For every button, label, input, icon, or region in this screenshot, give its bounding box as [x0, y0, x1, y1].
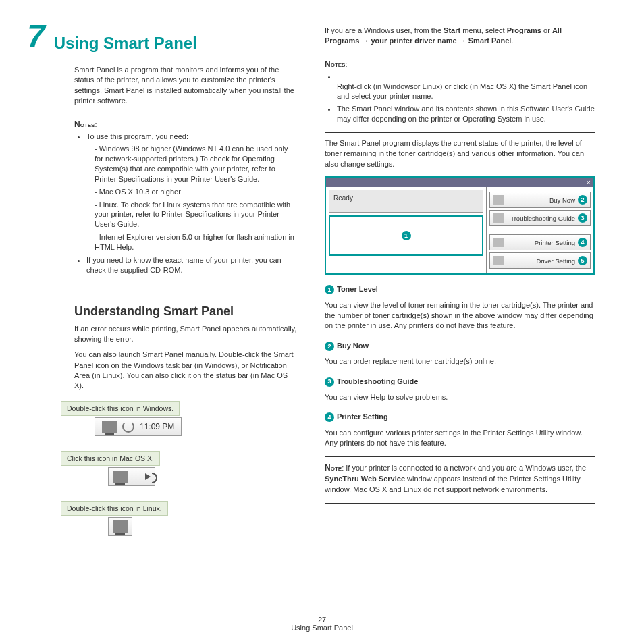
page-footer: 27 Using Smart Panel	[0, 616, 644, 632]
speaker-icon	[145, 473, 151, 480]
note-sub-item: Linux. To check for Linux systems that a…	[95, 200, 297, 230]
note-item: To use this program, you need:	[86, 132, 297, 142]
cart-icon	[493, 195, 504, 205]
refresh-icon	[122, 421, 134, 433]
note-item: Right-click (in Windowsor Linux) or clic…	[337, 72, 595, 102]
page-title: Using Smart Panel	[54, 34, 197, 53]
smartpanel-screenshot: × Ready 1 Buy Now 2 Troubleshooting Guid…	[325, 176, 595, 275]
note-network: Note: If your printer is connected to a …	[325, 462, 595, 495]
notes-heading: Notes	[74, 119, 95, 129]
paragraph: You can also launch Smart Panel manually…	[74, 350, 297, 392]
clock-text: 11:09 PM	[140, 422, 174, 431]
callout-mac: Click this icon in Mac OS X.	[61, 451, 160, 466]
feature-body: You can view the level of toner remainin…	[325, 300, 595, 331]
gear-icon	[493, 256, 504, 265]
note-sub-item: Windows 98 or higher (Windows NT 4.0 can…	[95, 144, 297, 184]
driver-setting-button[interactable]: Driver Setting 5	[489, 252, 591, 269]
printer-icon	[493, 238, 504, 247]
close-icon[interactable]: ×	[587, 178, 591, 186]
printer-icon	[113, 520, 128, 533]
section-heading: Understanding Smart Panel	[74, 304, 297, 319]
right-column: If you are a Windows user, from the Star…	[311, 20, 595, 601]
feature-body: You can configure various printer settin…	[325, 428, 595, 449]
feature-heading: 3Troubleshooting Guide	[325, 377, 595, 387]
notes-heading: Notes	[325, 59, 345, 69]
printer-setting-button[interactable]: Printer Setting 4	[489, 234, 591, 250]
note-item: The Smart Panel window and its contents …	[337, 104, 595, 124]
feature-heading: 4Printer Setting	[325, 412, 595, 422]
paragraph: If you are a Windows user, from the Star…	[325, 26, 595, 47]
feature-heading: 1Toner Level	[325, 284, 595, 294]
feature-heading: 2Buy Now	[325, 341, 595, 351]
footer-title: Using Smart Panel	[0, 624, 644, 632]
taskbar-mac	[108, 467, 155, 486]
taskbar-linux	[108, 517, 132, 536]
callout-linux: Double-click this icon in Linux.	[61, 501, 168, 516]
paragraph: If an error occurs while printing, Smart…	[74, 324, 297, 345]
marker-2: 2	[578, 195, 587, 205]
callout-windows: Double-click this icon in Windows.	[61, 401, 180, 416]
note-sub-item: Mac OS X 10.3 or higher	[95, 187, 297, 197]
printer-icon	[113, 471, 128, 483]
feature-body: You can view Help to solve problems.	[325, 392, 595, 402]
status-box: Ready	[329, 190, 483, 213]
marker-1: 1	[402, 231, 411, 240]
note-sub-item: Internet Explorer version 5.0 or higher …	[95, 232, 297, 252]
note-item: If you need to know the exact name of yo…	[86, 255, 297, 275]
feature-body: You can order replacement toner cartridg…	[325, 356, 595, 367]
chapter-number: 7	[27, 20, 45, 53]
taskbar-windows: 11:09 PM	[95, 417, 182, 436]
marker-5: 5	[578, 256, 587, 265]
troubleshooting-button[interactable]: Troubleshooting Guide 3	[489, 210, 591, 226]
marker-4: 4	[578, 238, 587, 247]
book-icon	[493, 213, 504, 223]
paragraph: The Smart Panel program displays the cur…	[325, 138, 595, 169]
buy-now-button[interactable]: Buy Now 2	[489, 192, 591, 208]
left-column: 7 Using Smart Panel Smart Panel is a pro…	[27, 20, 311, 601]
marker-3: 3	[578, 213, 587, 223]
printer-icon	[102, 421, 117, 433]
page-number: 27	[0, 616, 644, 624]
intro-paragraph: Smart Panel is a program that monitors a…	[74, 65, 297, 107]
toner-level-box: 1	[329, 215, 483, 256]
